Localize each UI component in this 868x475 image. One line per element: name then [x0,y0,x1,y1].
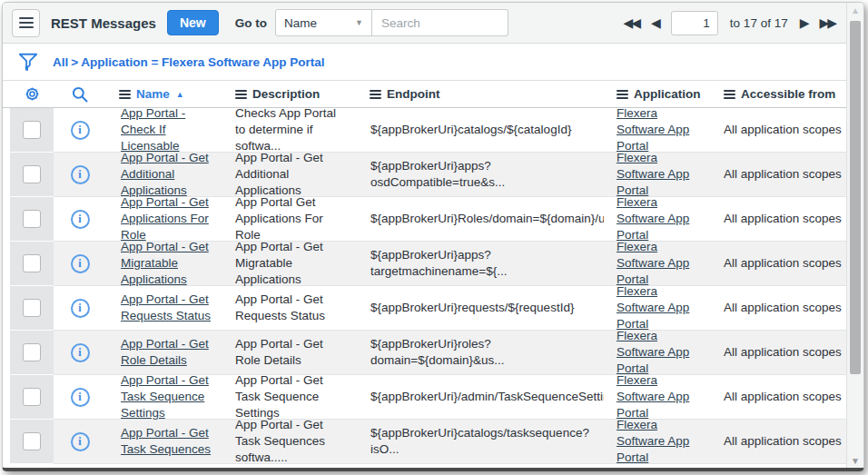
row-preview-cell: i [54,242,106,286]
row-preview-cell: i [54,197,106,242]
record-link[interactable]: App Portal - Get Additional Applications [121,150,215,199]
record-link[interactable]: App Portal - Get Task Sequence Settings [121,372,215,421]
new-button[interactable]: New [167,10,219,35]
endpoint-cell: ${appBrokerUri}/admin/TaskSequenceSettin… [357,375,604,420]
row-checkbox[interactable] [23,121,41,139]
breadcrumb-all-link[interactable]: All [53,55,68,69]
application-cell: Flexera Software App Portal [604,286,711,331]
goto-label: Go to [235,16,267,30]
name-cell: App Portal - Get Applications For Role [106,197,222,242]
info-icon[interactable]: i [71,388,90,407]
personalize-list-button[interactable] [10,85,54,103]
table-row: i App Portal - Get Requests Status App P… [3,286,846,331]
pagination: ◀◀ ◀ to 17 of 17 ▶ ▶▶ [624,11,839,35]
row-checkbox[interactable] [23,299,41,317]
application-cell: Flexera Software App Portal [604,242,711,286]
previous-page-button[interactable]: ◀ [651,16,659,29]
column-menu-icon [724,90,735,99]
column-header-name[interactable]: Name ▲ [106,87,222,101]
goto-field-select[interactable]: Name ▼ [275,9,372,36]
application-cell: Flexera Software App Portal [604,420,711,464]
info-icon[interactable]: i [71,343,90,362]
row-preview-cell: i [54,331,106,375]
description-cell: App Portal - Get Task Sequences softwa..… [222,420,357,464]
scroll-up-icon[interactable]: ▲ [847,5,863,15]
search-input[interactable] [372,9,508,36]
record-link[interactable]: App Portal - Get Requests Status [121,292,215,324]
row-preview-cell: i [54,420,106,464]
row-checkbox[interactable] [23,254,41,272]
breadcrumb-row: All>Application = Flexera Software App P… [3,44,846,81]
row-checkbox[interactable] [23,343,41,361]
endpoint-cell: ${appBrokerUri}roles?domain=${domain}&us… [357,331,604,375]
column-header-application[interactable]: Application [604,87,711,101]
row-selector-cell [10,197,54,242]
application-cell: Flexera Software App Portal [604,153,711,197]
scroll-down-icon[interactable]: ▼ [847,456,863,466]
record-link[interactable]: App Portal - Get Task Sequences [121,425,215,458]
hamburger-icon [19,17,34,19]
column-menu-icon [370,90,381,99]
application-link[interactable]: Flexera Software App Portal [616,328,704,377]
column-header-description[interactable]: Description [222,87,357,101]
list-context-menu-button[interactable] [12,9,40,37]
column-header-endpoint[interactable]: Endpoint [357,87,604,101]
breadcrumb-condition-link[interactable]: Application = Flexera Software App Porta… [81,55,324,69]
row-checkbox[interactable] [23,165,41,183]
row-checkbox[interactable] [23,388,41,406]
scrollbar-thumb[interactable] [850,21,861,374]
application-link[interactable]: Flexera Software App Portal [616,150,704,199]
row-preview-cell: i [54,153,106,197]
record-link[interactable]: App Portal - Check If Licensable [121,105,215,154]
info-icon[interactable]: i [71,121,90,140]
row-checkbox[interactable] [23,432,41,450]
application-cell: Flexera Software App Portal [604,375,711,420]
info-icon[interactable]: i [71,432,90,451]
table-row: i App Portal - Get Additional Applicatio… [3,153,846,197]
description-cell: App Portal - Get Requests Status [222,286,357,331]
breadcrumb: All>Application = Flexera Software App P… [53,55,325,69]
accessible-from-cell: All application scopes [711,375,847,420]
application-link[interactable]: Flexera Software App Portal [616,372,704,421]
application-link[interactable]: Flexera Software App Portal [616,283,704,332]
filter-icon[interactable] [18,52,38,72]
description-cell: App Portal - Get Migratable Applications [222,242,357,286]
row-preview-cell: i [54,286,106,331]
info-icon[interactable]: i [71,165,90,184]
next-page-button[interactable]: ▶ [800,16,808,29]
application-link[interactable]: Flexera Software App Portal [616,239,704,288]
accessible-from-cell: All application scopes [711,197,847,242]
accessible-from-cell: All application scopes [711,153,847,197]
application-link[interactable]: Flexera Software App Portal [616,417,704,466]
last-page-button[interactable]: ▶▶ [819,16,835,29]
application-cell: Flexera Software App Portal [604,108,711,153]
list-content: REST Messages New Go to Name ▼ ◀◀ ◀ to 1… [3,3,846,468]
info-icon[interactable]: i [71,299,90,318]
vertical-scrollbar[interactable]: ▲ ▼ [846,3,863,468]
info-icon[interactable]: i [71,210,90,229]
application-link[interactable]: Flexera Software App Portal [616,194,704,243]
column-menu-icon [235,90,247,99]
accessible-from-cell: All application scopes [711,286,847,331]
record-link[interactable]: App Portal - Get Migratable Applications [121,239,215,288]
first-page-button[interactable]: ◀◀ [624,16,640,29]
name-cell: App Portal - Get Task Sequences [106,420,222,464]
list-search-button[interactable] [54,85,106,104]
list-toolbar: REST Messages New Go to Name ▼ ◀◀ ◀ to 1… [3,3,846,44]
column-header-accessible-from[interactable]: Accessible from [711,87,846,101]
row-checkbox[interactable] [23,210,41,228]
table-row: i App Portal - Get Task Sequence Setting… [3,375,846,420]
record-link[interactable]: App Portal - Get Applications For Role [121,194,215,243]
application-link[interactable]: Flexera Software App Portal [616,105,704,154]
column-menu-icon [616,90,628,99]
gear-icon [24,85,41,103]
name-cell: App Portal - Get Role Details [106,331,222,375]
description-cell: App Portal Get Applications For Role [222,197,357,242]
endpoint-cell: ${appBrokerUri}catalogs/${catalogId} [357,108,604,153]
info-icon[interactable]: i [71,254,90,273]
endpoint-cell: ${appBrokerUri}apps?osdCompatible=true&s… [357,153,604,197]
record-link[interactable]: App Portal - Get Role Details [121,336,215,369]
current-page-input[interactable] [671,11,718,35]
pagination-range-text: to 17 of 17 [730,16,788,30]
rest-messages-list-window: REST Messages New Go to Name ▼ ◀◀ ◀ to 1… [2,2,864,471]
